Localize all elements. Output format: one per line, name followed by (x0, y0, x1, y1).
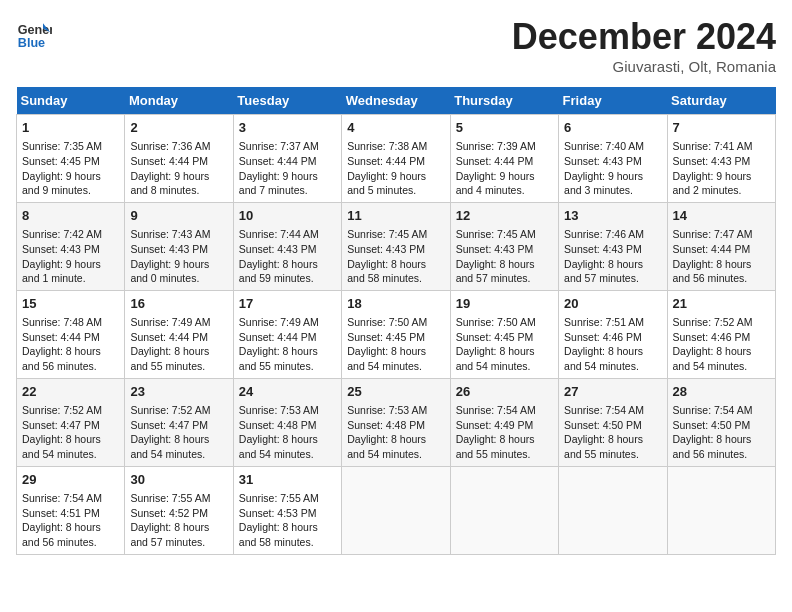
calendar-cell: 17Sunrise: 7:49 AMSunset: 4:44 PMDayligh… (233, 290, 341, 378)
sunset-text: Sunset: 4:45 PM (347, 331, 425, 343)
calendar-cell: 31Sunrise: 7:55 AMSunset: 4:53 PMDayligh… (233, 466, 341, 554)
day-number: 11 (347, 207, 444, 225)
daylight-text: Daylight: 9 hours and 5 minutes. (347, 170, 426, 197)
calendar-week-row: 8Sunrise: 7:42 AMSunset: 4:43 PMDaylight… (17, 202, 776, 290)
sunrise-text: Sunrise: 7:52 AM (22, 404, 102, 416)
logo: General Blue (16, 16, 52, 52)
calendar-cell: 21Sunrise: 7:52 AMSunset: 4:46 PMDayligh… (667, 290, 775, 378)
sunset-text: Sunset: 4:47 PM (22, 419, 100, 431)
sunrise-text: Sunrise: 7:50 AM (347, 316, 427, 328)
calendar-cell (559, 466, 667, 554)
sunset-text: Sunset: 4:43 PM (347, 243, 425, 255)
page-subtitle: Giuvarasti, Olt, Romania (512, 58, 776, 75)
calendar-cell: 25Sunrise: 7:53 AMSunset: 4:48 PMDayligh… (342, 378, 450, 466)
sunrise-text: Sunrise: 7:51 AM (564, 316, 644, 328)
calendar-cell: 10Sunrise: 7:44 AMSunset: 4:43 PMDayligh… (233, 202, 341, 290)
calendar-week-row: 1Sunrise: 7:35 AMSunset: 4:45 PMDaylight… (17, 115, 776, 203)
sunrise-text: Sunrise: 7:52 AM (130, 404, 210, 416)
day-number: 17 (239, 295, 336, 313)
calendar-week-row: 22Sunrise: 7:52 AMSunset: 4:47 PMDayligh… (17, 378, 776, 466)
svg-text:Blue: Blue (18, 36, 45, 50)
sunrise-text: Sunrise: 7:41 AM (673, 140, 753, 152)
calendar-cell (342, 466, 450, 554)
day-number: 21 (673, 295, 770, 313)
day-header-saturday: Saturday (667, 87, 775, 115)
calendar-cell: 26Sunrise: 7:54 AMSunset: 4:49 PMDayligh… (450, 378, 558, 466)
sunrise-text: Sunrise: 7:39 AM (456, 140, 536, 152)
sunset-text: Sunset: 4:43 PM (673, 155, 751, 167)
page-header: General Blue December 2024 Giuvarasti, O… (16, 16, 776, 75)
day-number: 24 (239, 383, 336, 401)
day-header-monday: Monday (125, 87, 233, 115)
sunrise-text: Sunrise: 7:55 AM (130, 492, 210, 504)
calendar-cell: 19Sunrise: 7:50 AMSunset: 4:45 PMDayligh… (450, 290, 558, 378)
daylight-text: Daylight: 8 hours and 54 minutes. (564, 345, 643, 372)
day-number: 12 (456, 207, 553, 225)
calendar-cell: 11Sunrise: 7:45 AMSunset: 4:43 PMDayligh… (342, 202, 450, 290)
sunset-text: Sunset: 4:50 PM (564, 419, 642, 431)
day-number: 5 (456, 119, 553, 137)
calendar-table: SundayMondayTuesdayWednesdayThursdayFrid… (16, 87, 776, 555)
calendar-cell: 27Sunrise: 7:54 AMSunset: 4:50 PMDayligh… (559, 378, 667, 466)
sunrise-text: Sunrise: 7:43 AM (130, 228, 210, 240)
sunset-text: Sunset: 4:43 PM (564, 155, 642, 167)
sunrise-text: Sunrise: 7:49 AM (239, 316, 319, 328)
calendar-cell: 18Sunrise: 7:50 AMSunset: 4:45 PMDayligh… (342, 290, 450, 378)
daylight-text: Daylight: 8 hours and 54 minutes. (347, 433, 426, 460)
daylight-text: Daylight: 8 hours and 55 minutes. (130, 345, 209, 372)
sunrise-text: Sunrise: 7:47 AM (673, 228, 753, 240)
day-number: 4 (347, 119, 444, 137)
daylight-text: Daylight: 8 hours and 55 minutes. (564, 433, 643, 460)
daylight-text: Daylight: 8 hours and 54 minutes. (673, 345, 752, 372)
sunset-text: Sunset: 4:44 PM (22, 331, 100, 343)
day-number: 10 (239, 207, 336, 225)
sunrise-text: Sunrise: 7:54 AM (564, 404, 644, 416)
sunset-text: Sunset: 4:46 PM (673, 331, 751, 343)
day-number: 18 (347, 295, 444, 313)
daylight-text: Daylight: 9 hours and 9 minutes. (22, 170, 101, 197)
calendar-cell: 8Sunrise: 7:42 AMSunset: 4:43 PMDaylight… (17, 202, 125, 290)
calendar-cell (667, 466, 775, 554)
sunset-text: Sunset: 4:44 PM (347, 155, 425, 167)
page-title: December 2024 (512, 16, 776, 58)
calendar-cell: 14Sunrise: 7:47 AMSunset: 4:44 PMDayligh… (667, 202, 775, 290)
sunset-text: Sunset: 4:43 PM (456, 243, 534, 255)
day-number: 14 (673, 207, 770, 225)
title-area: December 2024 Giuvarasti, Olt, Romania (512, 16, 776, 75)
sunrise-text: Sunrise: 7:53 AM (347, 404, 427, 416)
daylight-text: Daylight: 8 hours and 56 minutes. (22, 345, 101, 372)
day-number: 25 (347, 383, 444, 401)
daylight-text: Daylight: 8 hours and 54 minutes. (347, 345, 426, 372)
day-number: 1 (22, 119, 119, 137)
calendar-cell: 20Sunrise: 7:51 AMSunset: 4:46 PMDayligh… (559, 290, 667, 378)
day-number: 22 (22, 383, 119, 401)
calendar-cell: 3Sunrise: 7:37 AMSunset: 4:44 PMDaylight… (233, 115, 341, 203)
sunrise-text: Sunrise: 7:48 AM (22, 316, 102, 328)
sunrise-text: Sunrise: 7:46 AM (564, 228, 644, 240)
day-header-friday: Friday (559, 87, 667, 115)
daylight-text: Daylight: 8 hours and 56 minutes. (22, 521, 101, 548)
calendar-cell: 30Sunrise: 7:55 AMSunset: 4:52 PMDayligh… (125, 466, 233, 554)
sunset-text: Sunset: 4:44 PM (673, 243, 751, 255)
calendar-cell: 7Sunrise: 7:41 AMSunset: 4:43 PMDaylight… (667, 115, 775, 203)
calendar-week-row: 29Sunrise: 7:54 AMSunset: 4:51 PMDayligh… (17, 466, 776, 554)
sunset-text: Sunset: 4:43 PM (130, 243, 208, 255)
day-number: 27 (564, 383, 661, 401)
calendar-cell: 24Sunrise: 7:53 AMSunset: 4:48 PMDayligh… (233, 378, 341, 466)
calendar-cell: 22Sunrise: 7:52 AMSunset: 4:47 PMDayligh… (17, 378, 125, 466)
calendar-cell: 15Sunrise: 7:48 AMSunset: 4:44 PMDayligh… (17, 290, 125, 378)
daylight-text: Daylight: 9 hours and 1 minute. (22, 258, 101, 285)
daylight-text: Daylight: 8 hours and 58 minutes. (347, 258, 426, 285)
sunrise-text: Sunrise: 7:52 AM (673, 316, 753, 328)
sunset-text: Sunset: 4:43 PM (564, 243, 642, 255)
daylight-text: Daylight: 8 hours and 55 minutes. (239, 345, 318, 372)
daylight-text: Daylight: 8 hours and 56 minutes. (673, 258, 752, 285)
daylight-text: Daylight: 8 hours and 54 minutes. (22, 433, 101, 460)
day-number: 13 (564, 207, 661, 225)
day-number: 15 (22, 295, 119, 313)
sunset-text: Sunset: 4:44 PM (456, 155, 534, 167)
daylight-text: Daylight: 9 hours and 3 minutes. (564, 170, 643, 197)
sunrise-text: Sunrise: 7:35 AM (22, 140, 102, 152)
sunset-text: Sunset: 4:47 PM (130, 419, 208, 431)
sunset-text: Sunset: 4:45 PM (22, 155, 100, 167)
